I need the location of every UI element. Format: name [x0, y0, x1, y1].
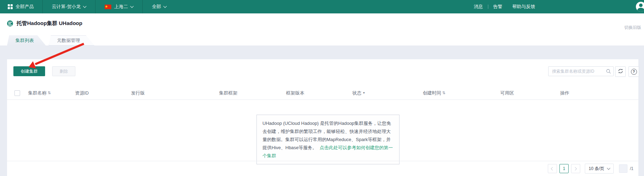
col-status[interactable]: 状态 ▼: [352, 90, 423, 96]
next-page-button[interactable]: [571, 164, 580, 173]
topbar: 全部产品 云计算-贺小龙 上海二 全部 消息 告警 帮助与反馈: [0, 0, 644, 13]
tab-metadata-management[interactable]: 元数据管理: [49, 35, 94, 45]
page-title: 托管Hadoop集群 UHadoop: [17, 20, 82, 27]
china-flag-icon: [105, 5, 111, 9]
current-page-button[interactable]: 1: [559, 164, 569, 173]
empty-state-box: UHadoop (UCloud Hadoop) 是托管的Hadoop集群服务，让…: [256, 115, 400, 164]
sort-icon[interactable]: ⇅: [48, 91, 51, 95]
question-icon: ?: [631, 69, 637, 75]
filter-icon[interactable]: ▼: [363, 91, 365, 95]
account-menu[interactable]: 云计算-贺小龙: [43, 0, 95, 13]
account-label: 云计算-贺小龙: [52, 4, 81, 10]
topbar-right: 消息 告警 帮助与反馈: [469, 0, 540, 13]
uhadoop-console-screen: 全部产品 云计算-贺小龙 上海二 全部 消息 告警 帮助与反馈: [0, 0, 644, 176]
all-products-menu[interactable]: 全部产品: [0, 0, 42, 13]
content-card: 创建集群 删除 ?: [7, 59, 638, 176]
chevron-down-icon: [607, 166, 611, 170]
page-jump-input[interactable]: [619, 164, 627, 173]
select-all-checkbox[interactable]: [14, 90, 20, 96]
all-products-label: 全部产品: [16, 4, 34, 10]
pagination-divider: [7, 161, 638, 161]
col-resource-id: 资源ID: [75, 90, 131, 96]
user-avatar[interactable]: [636, 2, 644, 12]
avatar-person-icon: [639, 4, 643, 7]
sort-icon[interactable]: ⇅: [442, 91, 445, 95]
alerts-link[interactable]: 告警: [488, 4, 507, 10]
col-create-time[interactable]: 创建时间 ⇅: [423, 90, 500, 96]
messages-link[interactable]: 消息: [469, 4, 488, 10]
help-feedback-link[interactable]: 帮助与反馈: [507, 4, 540, 10]
refresh-icon: [618, 68, 623, 75]
chevron-down-icon: [83, 5, 87, 8]
chevron-right-icon: [574, 167, 577, 170]
prev-page-button[interactable]: [548, 164, 557, 173]
region-label: 上海二: [114, 4, 128, 10]
grid-icon: [8, 4, 13, 9]
col-distribution: 发行版: [131, 90, 219, 96]
zone-label: 全部: [152, 4, 161, 10]
zone-menu[interactable]: 全部: [143, 0, 175, 13]
page-size-select[interactable]: 10 条/页: [585, 164, 614, 174]
region-menu[interactable]: 上海二: [95, 0, 142, 13]
chevron-down-icon: [163, 5, 167, 8]
chevron-down-icon: [130, 5, 134, 8]
search-box: [548, 66, 614, 76]
create-cluster-button[interactable]: 创建集群: [13, 66, 45, 76]
switch-old-version-link[interactable]: 切换旧版: [624, 25, 641, 31]
col-availability-zone: 可用区: [500, 90, 560, 96]
col-cluster-name[interactable]: 集群名称 ⇅: [28, 90, 75, 96]
toolbar: 创建集群 删除 ?: [7, 66, 638, 76]
tab-cluster-list[interactable]: 集群列表: [7, 35, 46, 45]
search-icon[interactable]: [606, 69, 611, 75]
select-all-cell: [14, 90, 28, 96]
table-header: 集群名称 ⇅ 资源ID 发行版 集群框架 框架版本 状态 ▼ 创建时间 ⇅: [7, 86, 638, 100]
chevron-left-icon: [551, 167, 555, 170]
refresh-button[interactable]: [615, 66, 626, 77]
col-actions: 操作: [560, 90, 569, 96]
uhadoop-service-icon: [7, 20, 13, 26]
col-framework-version: 框架版本: [286, 90, 352, 96]
search-input[interactable]: [548, 66, 614, 76]
tab-bar: 集群列表 元数据管理: [7, 35, 97, 45]
col-cluster-framework: 集群框架: [219, 90, 286, 96]
page-header: 托管Hadoop集群 UHadoop 切换旧版 集群列表 元数据管理: [0, 13, 644, 45]
title-row: 托管Hadoop集群 UHadoop: [7, 20, 82, 27]
total-pages-label: /1: [630, 166, 633, 171]
help-button[interactable]: ?: [628, 66, 639, 77]
delete-button[interactable]: 删除: [52, 66, 75, 76]
pagination: 1 10 条/页 /1: [548, 164, 633, 174]
